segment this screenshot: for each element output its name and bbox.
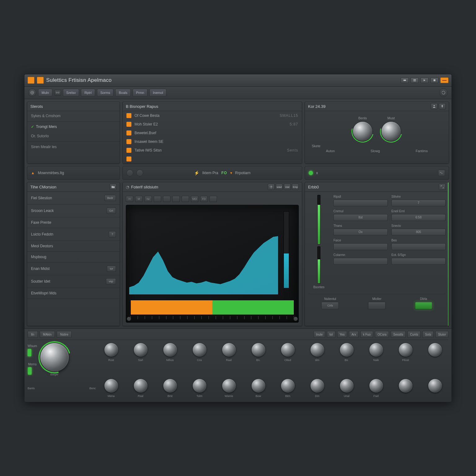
channel-knob[interactable] — [222, 379, 236, 393]
titlebar-action-4[interactable] — [430, 77, 439, 83]
module-row[interactable]: Faxe Prente — [27, 217, 120, 228]
channel-knob[interactable] — [311, 343, 324, 357]
toolbar-btn-6[interactable]: Inemol — [149, 89, 166, 96]
channel-knob[interactable] — [399, 379, 412, 393]
mixer-tab[interactable]: tol — [327, 331, 335, 338]
knob-dial-1[interactable] — [353, 122, 372, 141]
sidebar-item-0[interactable]: Sykes & Cmshom — [27, 111, 120, 121]
module-button[interactable]: Bedr — [104, 195, 116, 201]
visualizer-tool[interactable] — [154, 196, 161, 202]
channel-knob[interactable] — [104, 379, 118, 393]
mic-icon[interactable] — [439, 103, 446, 109]
channel-knob[interactable] — [428, 343, 442, 357]
toolbar-btn-4[interactable]: Boals — [115, 89, 131, 96]
record-row[interactable]: Moh Stsler E25:87 — [123, 120, 302, 129]
person-icon[interactable] — [431, 103, 438, 109]
module-button[interactable]: vsp — [106, 278, 116, 284]
fx-button[interactable] — [391, 258, 446, 265]
toolbar-btn-3[interactable]: Sorms — [97, 89, 114, 96]
folder-icon[interactable] — [110, 184, 117, 190]
mixer-tab[interactable]: k Fuo — [360, 331, 373, 338]
mixer-tab[interactable]: Arx — [349, 331, 359, 338]
refresh-icon[interactable] — [439, 88, 448, 97]
visualizer-tool[interactable]: FD — [200, 196, 208, 202]
mixer-tab[interactable]: Yes — [337, 331, 347, 338]
record-row[interactable]: Tative IWS SitsnSents — [123, 146, 302, 155]
fx-button[interactable]: Itst — [333, 214, 388, 221]
mixer-tab[interactable]: MAkin — [40, 331, 55, 338]
channel-knob[interactable] — [252, 379, 265, 393]
titlebar-action-1[interactable] — [401, 77, 409, 83]
screen-dot-bl[interactable] — [127, 317, 131, 321]
visualizer-tool[interactable]: MO — [191, 196, 198, 202]
toolbar-btn-5[interactable]: Prmn — [133, 89, 148, 96]
channel-knob[interactable] — [399, 343, 412, 357]
channel-knob[interactable] — [311, 379, 324, 393]
visualizer-screen[interactable] — [126, 205, 299, 323]
sidebar-item-2[interactable]: Or. Sutorlo — [27, 131, 120, 141]
visualizer-tool[interactable] — [182, 196, 189, 202]
fx-bottom-button[interactable] — [368, 302, 386, 309]
module-row[interactable]: Enan Midsttor — [27, 262, 120, 275]
knob-dial-2[interactable] — [381, 122, 401, 141]
record-row[interactable]: Of Cowe BestaSMALL15 — [123, 111, 302, 120]
channel-knob[interactable] — [340, 343, 354, 357]
toolbar-btn-2[interactable]: Rptrl — [81, 89, 95, 96]
fx-button[interactable]: 6:58 — [391, 214, 446, 221]
module-row[interactable]: Fiel SilestionBedr — [27, 192, 120, 205]
channel-knob[interactable] — [369, 379, 383, 393]
fx-button[interactable]: 805 — [391, 229, 446, 236]
module-button[interactable]: 7 — [109, 231, 116, 237]
channel-knob[interactable] — [193, 343, 206, 357]
module-row[interactable]: Srcoon LeackGrt — [27, 205, 120, 217]
channel-knob[interactable] — [163, 379, 177, 393]
vis-side-2[interactable]: Emp — [292, 184, 299, 190]
visualizer-tool[interactable]: M — [135, 196, 143, 202]
fx-button[interactable] — [333, 243, 388, 250]
titlebar-action-3[interactable] — [421, 77, 429, 83]
channel-knob[interactable] — [369, 343, 383, 357]
sidebar-footer[interactable]: Siren Mealir les — [27, 142, 120, 152]
visualizer-tool[interactable]: rw — [144, 196, 152, 202]
module-button[interactable]: Grt — [107, 208, 116, 214]
channel-knob[interactable] — [252, 343, 265, 357]
sidebar-item-1[interactable]: ✓Tromgt Mers — [27, 122, 120, 131]
visualizer-tool[interactable] — [172, 196, 180, 202]
fx-bottom-button[interactable]: Cirls — [321, 302, 339, 309]
module-button[interactable]: tor — [107, 266, 116, 272]
radio-icon-2[interactable] — [136, 170, 143, 176]
fx-button[interactable] — [391, 243, 446, 250]
radio-icon-1[interactable] — [126, 170, 133, 176]
visualizer-tool[interactable] — [209, 196, 217, 202]
module-row[interactable]: Soutter Idetvsp — [27, 275, 120, 288]
module-row[interactable]: Meol Deotors — [27, 241, 120, 252]
mixer-tab[interactable]: Sesstls — [391, 331, 406, 338]
visualizer-tool[interactable]: H — [126, 196, 133, 202]
progress-bar[interactable] — [130, 300, 294, 315]
fx-button[interactable]: 7 — [391, 200, 446, 206]
mixer-tab[interactable]: Sots — [422, 331, 434, 338]
channel-knob[interactable] — [428, 379, 442, 393]
module-row[interactable]: EtveMispri Mds — [27, 288, 120, 299]
mixer-tab[interactable]: Cunts — [408, 331, 421, 338]
expand-icon[interactable] — [439, 184, 446, 190]
record-row[interactable]: Bewetel.Bsef — [123, 129, 302, 137]
globe-icon[interactable] — [28, 89, 36, 97]
channel-knob[interactable] — [281, 379, 295, 393]
fx-button[interactable] — [333, 258, 388, 265]
gear-icon[interactable] — [268, 184, 275, 190]
channel-knob[interactable] — [134, 343, 148, 357]
toolbar-btn-0[interactable]: Muln — [38, 89, 52, 96]
channel-knob[interactable] — [134, 379, 148, 393]
channel-knob[interactable] — [163, 343, 177, 357]
vis-side-0[interactable]: szad — [276, 184, 283, 190]
channel-knob[interactable] — [281, 343, 295, 357]
link-icon[interactable] — [54, 90, 61, 95]
channel-knob[interactable] — [340, 379, 354, 393]
mixer-tab[interactable]: Nstire — [57, 331, 72, 338]
titlebar-action-2[interactable] — [411, 77, 419, 83]
module-row[interactable]: Lsicto Fedotn7 — [27, 228, 120, 241]
titlebar-button-2[interactable] — [37, 77, 44, 84]
visualizer-tool[interactable] — [163, 196, 170, 202]
master-knob[interactable] — [40, 343, 69, 372]
